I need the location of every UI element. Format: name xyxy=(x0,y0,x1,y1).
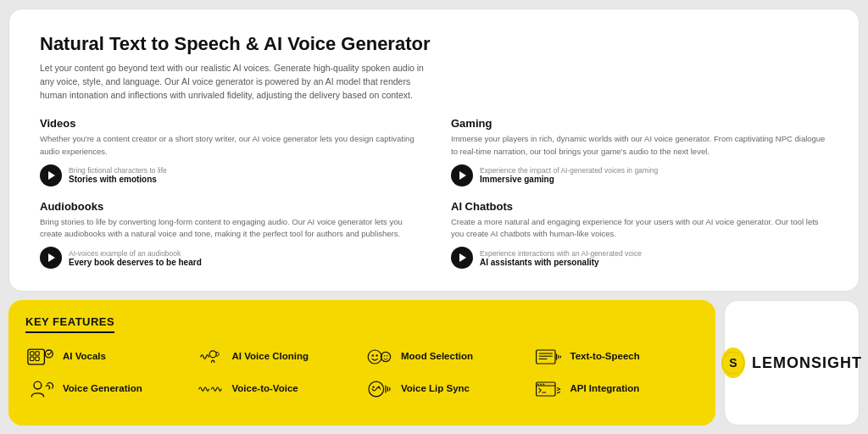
bottom-row: KEY FEATURES xyxy=(8,300,860,426)
feature-videos-title: Videos xyxy=(40,117,417,130)
svg-point-7 xyxy=(368,350,381,364)
feature-audiobooks-desc: Bring stories to life by converting long… xyxy=(40,216,417,241)
ai-vocals-icon xyxy=(25,345,56,369)
feature-gaming-desc: Immerse your players in rich, dynamic wo… xyxy=(451,133,828,158)
api-integration-icon xyxy=(533,377,564,401)
voice-generation-icon xyxy=(25,377,56,401)
feature-item-voice-lip-sync: Voice Lip Sync xyxy=(364,377,530,401)
play-label-videos: Bring fictional characters to life xyxy=(69,166,167,175)
feature-videos: Videos Whether you're a content creator … xyxy=(40,117,417,186)
feature-item-voice-generation: Voice Generation xyxy=(25,377,192,401)
play-label-chatbots: Experience interactions with an AI-gener… xyxy=(480,249,642,258)
logo-card: S LEMONSIGHT xyxy=(724,300,860,426)
play-label-audiobooks: AI-voices example of an audiobook xyxy=(69,249,202,258)
feature-chatbots: AI Chatbots Create a more natural and en… xyxy=(451,200,828,270)
ai-vocals-label: AI Vocals xyxy=(63,351,106,363)
svg-point-19 xyxy=(372,386,374,387)
feature-videos-play-row: Bring fictional characters to life Stori… xyxy=(40,164,417,186)
page-title: Natural Text to Speech & AI Voice Genera… xyxy=(40,33,828,55)
text-to-speech-icon xyxy=(533,345,564,369)
svg-point-11 xyxy=(384,355,386,357)
feature-item-api-integration: API Integration xyxy=(533,377,699,401)
ai-voice-cloning-label: AI Voice Cloning xyxy=(232,351,309,363)
svg-rect-2 xyxy=(36,352,39,355)
ai-voice-cloning-icon xyxy=(195,345,225,369)
svg-point-17 xyxy=(34,381,42,389)
key-features-card: KEY FEATURES xyxy=(8,300,715,426)
feature-videos-desc: Whether you're a content creator or a sh… xyxy=(40,133,417,158)
feature-chatbots-title: AI Chatbots xyxy=(451,200,828,213)
svg-point-8 xyxy=(372,354,374,356)
play-label-gaming: Experience the impact of AI-generated vo… xyxy=(480,166,658,175)
svg-rect-1 xyxy=(31,352,34,355)
mood-selection-icon xyxy=(364,345,394,369)
feature-gaming: Gaming Immerse your players in rich, dyn… xyxy=(451,117,828,186)
svg-rect-4 xyxy=(36,357,39,360)
svg-point-6 xyxy=(209,351,216,358)
feature-item-voice-to-voice: Voice-to-Voice xyxy=(195,377,361,401)
voice-generation-label: Voice Generation xyxy=(63,383,142,395)
feature-audiobooks-play-row: AI-voices example of an audiobook Every … xyxy=(40,247,417,269)
voice-to-voice-icon xyxy=(195,377,225,401)
main-container: Natural Text to Speech & AI Voice Genera… xyxy=(0,0,868,434)
play-button-chatbots[interactable] xyxy=(451,247,473,269)
feature-gaming-title: Gaming xyxy=(451,117,828,130)
feature-chatbots-play-row: Experience interactions with an AI-gener… xyxy=(451,247,828,269)
svg-rect-23 xyxy=(537,384,539,386)
svg-point-9 xyxy=(376,354,377,356)
svg-point-12 xyxy=(387,355,388,357)
mood-selection-label: Mood Selection xyxy=(401,351,473,363)
key-features-label: KEY FEATURES xyxy=(25,315,114,333)
voice-lip-sync-label: Voice Lip Sync xyxy=(401,383,470,395)
play-title-chatbots: AI assistants with personality xyxy=(480,258,642,267)
svg-rect-25 xyxy=(542,384,544,386)
voice-lip-sync-icon xyxy=(364,377,394,401)
feature-item-ai-voice-cloning: AI Voice Cloning xyxy=(195,345,361,369)
svg-rect-13 xyxy=(536,350,554,364)
svg-rect-3 xyxy=(31,357,34,360)
page-subtitle: Let your content go beyond text with our… xyxy=(40,62,430,102)
features-grid: Videos Whether you're a content creator … xyxy=(40,117,828,269)
svg-text:S: S xyxy=(729,356,737,370)
play-title-gaming: Immersive gaming xyxy=(480,175,658,184)
feature-item-mood-selection: Mood Selection xyxy=(364,345,530,369)
feature-item-text-to-speech: Text-to-Speech xyxy=(533,345,699,369)
feature-item-ai-vocals: AI Vocals xyxy=(25,345,192,369)
svg-rect-24 xyxy=(540,384,542,386)
svg-point-20 xyxy=(378,386,380,387)
lemonsight-logo-icon: S xyxy=(721,348,745,378)
voice-to-voice-label: Voice-to-Voice xyxy=(232,383,298,395)
feature-chatbots-desc: Create a more natural and engaging exper… xyxy=(451,216,828,241)
feature-gaming-play-row: Experience the impact of AI-generated vo… xyxy=(451,164,828,186)
text-to-speech-label: Text-to-Speech xyxy=(570,351,640,363)
lemonsight-logo-text: LEMONSIGHT xyxy=(752,354,862,372)
features-list: AI Vocals AI Voice Cloning xyxy=(25,345,698,401)
play-button-videos[interactable] xyxy=(40,164,62,186)
feature-audiobooks-title: Audiobooks xyxy=(40,200,417,213)
play-button-audiobooks[interactable] xyxy=(40,247,62,269)
play-title-audiobooks: Every book deserves to be heard xyxy=(69,258,202,267)
play-button-gaming[interactable] xyxy=(451,164,473,186)
top-card: Natural Text to Speech & AI Voice Genera… xyxy=(8,8,860,292)
play-title-videos: Stories with emotions xyxy=(69,175,167,184)
api-integration-label: API Integration xyxy=(570,383,640,395)
feature-audiobooks: Audiobooks Bring stories to life by conv… xyxy=(40,200,417,270)
svg-point-10 xyxy=(381,352,390,361)
svg-point-5 xyxy=(45,350,53,358)
